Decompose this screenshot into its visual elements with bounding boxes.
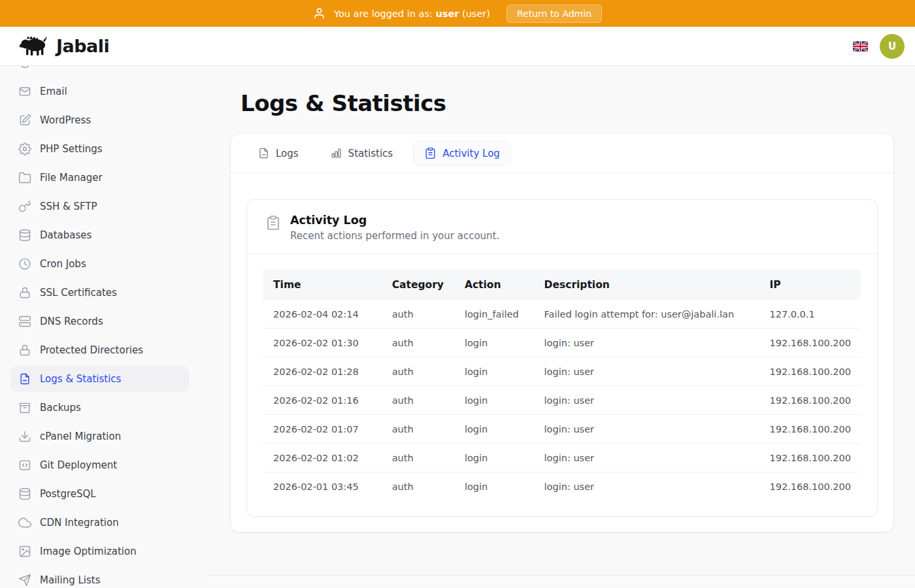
return-to-admin-button[interactable]: Return to Admin bbox=[507, 5, 602, 23]
folder-icon bbox=[18, 171, 31, 184]
sidebar-item-cron-jobs[interactable]: Cron Jobs bbox=[10, 251, 189, 277]
panel-subtitle: Recent actions performed in your account… bbox=[290, 230, 499, 242]
cell-time: 2026-02-02 01:07 bbox=[263, 415, 382, 444]
tab-label: Statistics bbox=[348, 148, 393, 159]
server-icon bbox=[18, 315, 31, 328]
cell-description: login: user bbox=[534, 386, 759, 415]
key-icon bbox=[18, 200, 31, 213]
sidebar-item-ssh-sftp[interactable]: SSH & SFTP bbox=[10, 193, 189, 220]
code-icon bbox=[18, 459, 31, 472]
cell-category: auth bbox=[382, 357, 454, 386]
lock-icon bbox=[18, 286, 31, 299]
sidebar-item-wordpress[interactable]: WordPress bbox=[10, 107, 189, 133]
cell-time: 2026-02-02 01:16 bbox=[263, 386, 382, 415]
file-icon bbox=[258, 147, 270, 159]
sidebar-item-label: cPanel Migration bbox=[40, 431, 121, 442]
panel-title: Activity Log bbox=[290, 214, 499, 227]
column-header: Description bbox=[534, 270, 759, 300]
logs-statistics-card: Logs Statistics Activity Log bbox=[230, 133, 894, 532]
gear-icon bbox=[18, 142, 31, 155]
cell-ip: 192.168.100.200 bbox=[759, 472, 861, 500]
sidebar-item-label: Mailing Lists bbox=[40, 574, 100, 586]
page-title: Logs & Statistics bbox=[241, 90, 894, 116]
footer-divider bbox=[208, 575, 915, 585]
cell-ip: 192.168.100.200 bbox=[759, 444, 861, 472]
cell-ip: 192.168.100.200 bbox=[759, 357, 861, 386]
sidebar-item-databases[interactable]: Databases bbox=[10, 222, 189, 248]
sidebar-item-cpanel-migration[interactable]: cPanel Migration bbox=[10, 423, 189, 449]
sidebar-item-email[interactable]: Email bbox=[10, 78, 189, 105]
tab-activity-log[interactable]: Activity Log bbox=[413, 140, 511, 166]
cell-time: 2026-02-02 01:02 bbox=[263, 444, 382, 472]
lock-icon bbox=[18, 344, 31, 357]
cell-description: login: user bbox=[534, 472, 759, 500]
brand-logo[interactable]: Jabali bbox=[20, 35, 109, 57]
sidebar-item-dns-records[interactable]: DNS Records bbox=[10, 308, 189, 335]
sidebar-item-label: PHP Settings bbox=[40, 143, 103, 155]
sidebar-item-ssl-certificates[interactable]: SSL Certificates bbox=[10, 280, 189, 306]
cell-ip: 192.168.100.200 bbox=[759, 386, 861, 415]
banner-role: (user) bbox=[462, 8, 490, 19]
cloud-icon bbox=[18, 516, 31, 529]
column-header: Category bbox=[382, 270, 454, 300]
sidebar-item-label: Email bbox=[40, 86, 67, 97]
sidebar-item-backups[interactable]: Backups bbox=[10, 395, 189, 421]
uk-flag-icon[interactable] bbox=[853, 41, 868, 52]
cell-category: auth bbox=[382, 386, 454, 415]
impersonation-banner: You are logged in as: user (user) Return… bbox=[0, 0, 915, 27]
mail-icon bbox=[18, 85, 31, 98]
cell-ip: 127.0.0.1 bbox=[759, 300, 861, 329]
image-icon bbox=[18, 545, 31, 558]
clock-icon bbox=[18, 257, 31, 270]
sidebar-item-protected-directories[interactable]: Protected Directories bbox=[10, 337, 189, 363]
activity-log-panel: Activity Log Recent actions performed in… bbox=[246, 199, 878, 517]
banner-text: You are logged in as: user (user) bbox=[334, 8, 490, 19]
sidebar-item-git-deployment[interactable]: Git Deployment bbox=[10, 452, 189, 478]
cell-action: login bbox=[454, 357, 534, 386]
sidebar-item-label: SSH & SFTP bbox=[40, 201, 97, 212]
sidebar-item-label: Cron Jobs bbox=[40, 258, 86, 270]
cell-description: login: user bbox=[534, 329, 759, 357]
cell-category: auth bbox=[382, 415, 454, 444]
sidebar-item-label: PostgreSQL bbox=[40, 488, 96, 500]
sidebar-item-file-manager[interactable]: File Manager bbox=[10, 165, 189, 191]
tab-label: Activity Log bbox=[442, 148, 500, 159]
sidebar-item-label: Logs & Statistics bbox=[40, 373, 121, 385]
sidebar-item-php-settings[interactable]: PHP Settings bbox=[10, 136, 189, 162]
user-avatar[interactable]: U bbox=[880, 34, 905, 59]
table-row: 2026-02-01 03:45 auth login login: user … bbox=[263, 472, 861, 500]
sidebar-item-logs-statistics[interactable]: Logs & Statistics bbox=[10, 366, 189, 392]
send-icon bbox=[18, 574, 31, 587]
column-header: Action bbox=[454, 270, 534, 300]
sidebar-item-mailing-lists[interactable]: Mailing Lists bbox=[10, 567, 189, 588]
cell-description: login: user bbox=[534, 444, 759, 472]
cell-time: 2026-02-04 02:14 bbox=[263, 300, 382, 329]
tab-logs[interactable]: Logs bbox=[246, 140, 310, 166]
database-icon bbox=[18, 229, 31, 242]
sidebar-item-label: File Manager bbox=[40, 172, 103, 184]
table-row: 2026-02-02 01:02 auth login login: user … bbox=[263, 444, 861, 472]
cell-category: auth bbox=[382, 329, 454, 357]
tab-statistics[interactable]: Statistics bbox=[319, 140, 405, 166]
sidebar-item-label: Backups bbox=[40, 402, 81, 414]
chart-icon bbox=[330, 147, 342, 159]
clipboard-icon bbox=[424, 147, 437, 159]
cell-action: login bbox=[454, 329, 534, 357]
table-row: 2026-02-02 01:16 auth login login: user … bbox=[263, 386, 861, 415]
main-content: Logs & Statistics Logs Statistics Activi… bbox=[199, 66, 915, 588]
download-icon bbox=[18, 430, 31, 443]
table-row: 2026-02-02 01:30 auth login login: user … bbox=[263, 329, 861, 357]
cell-action: login bbox=[454, 444, 534, 472]
file-icon bbox=[18, 372, 31, 385]
archive-icon bbox=[18, 401, 31, 414]
cell-category: auth bbox=[382, 300, 454, 329]
database-icon bbox=[18, 487, 31, 500]
tab-bar: Logs Statistics Activity Log bbox=[231, 134, 893, 173]
cell-action: login bbox=[454, 386, 534, 415]
sidebar-item-cdn-integration[interactable]: CDN Integration bbox=[10, 510, 189, 536]
cell-description: login: user bbox=[534, 415, 759, 444]
user-icon bbox=[313, 7, 325, 20]
sidebar-item-image-optimization[interactable]: Image Optimization bbox=[10, 538, 189, 564]
sidebar-item-postgresql[interactable]: PostgreSQL bbox=[10, 481, 189, 507]
sidebar-item-clipped-top[interactable] bbox=[10, 66, 189, 76]
